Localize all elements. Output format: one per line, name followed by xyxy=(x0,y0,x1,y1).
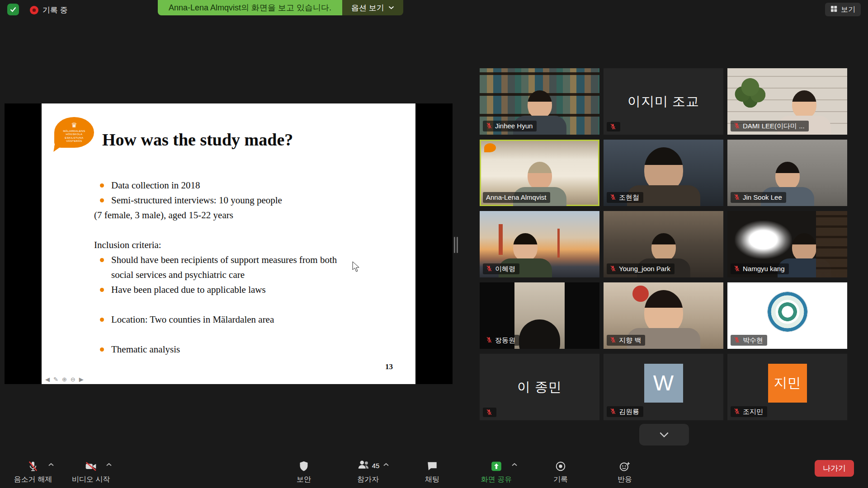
participant-tile[interactable]: Young_joon Park xyxy=(604,211,723,277)
name-tag: 조현철 xyxy=(607,192,643,203)
muted-mic-icon xyxy=(610,265,616,272)
viewing-banner-text: Anna-Lena Almqvist의 화면을 보고 있습니다. xyxy=(158,0,342,15)
zoom-out-icon[interactable]: ⊖ xyxy=(71,376,75,382)
name-tag: Namgyu kang xyxy=(731,263,789,274)
name-tag: 지향 백 xyxy=(607,335,645,346)
zoom-window: 기록 중 Anna-Lena Almqvist의 화면을 보고 있습니다. 옵션… xyxy=(0,0,868,488)
view-options-label: 옵션 보기 xyxy=(351,3,384,13)
slide-list-item: Inclusion criteria: xyxy=(94,238,347,253)
slide-item-text: (7 female, 3 male), aged 15-22 years xyxy=(94,210,233,221)
avatar: 지민 xyxy=(768,364,807,403)
video-options-chevron[interactable] xyxy=(105,460,113,469)
muted-mic-icon xyxy=(486,122,492,129)
toolbar-left-group: 음소거 해제 비디오 시작 xyxy=(11,459,113,484)
share-screen-label: 화면 공유 xyxy=(481,475,512,484)
muted-mic-icon xyxy=(610,123,616,130)
prev-slide-icon[interactable]: ◀ xyxy=(45,376,50,382)
record-icon xyxy=(555,459,566,472)
shield-icon xyxy=(298,459,309,472)
participants-button[interactable]: 45 참가자 xyxy=(346,459,390,484)
gallery-scroll-down-button[interactable] xyxy=(639,424,689,446)
slide-list-item: Location: Two counties in Mälardalen are… xyxy=(94,312,347,327)
participant-tile[interactable]: 지민 조지민 xyxy=(727,354,847,420)
participant-tile[interactable]: 지향 백 xyxy=(604,282,723,349)
participant-tile[interactable]: DAMI LEE(이다미 ... xyxy=(727,68,847,135)
share-options-chevron[interactable] xyxy=(510,460,519,469)
participant-tile[interactable]: 이지미 조교 xyxy=(604,68,723,135)
audio-options-chevron[interactable] xyxy=(47,460,55,469)
chevron-down-icon xyxy=(658,431,670,438)
muted-mic-icon xyxy=(610,194,616,200)
participant-tile[interactable]: W 김원룡 xyxy=(604,354,723,420)
participant-tile[interactable]: Namgyu kang xyxy=(727,211,847,277)
view-button[interactable]: 보기 xyxy=(825,3,861,16)
view-options-button[interactable]: 옵션 보기 xyxy=(342,0,403,15)
leave-meeting-button[interactable]: 나가기 xyxy=(815,460,854,477)
participant-tile[interactable]: Jin Sook Lee xyxy=(727,140,847,206)
name-tag: 박수현 xyxy=(731,335,767,346)
share-screen-icon xyxy=(491,459,502,472)
slide-item-text: Data collection in 2018 xyxy=(111,180,200,191)
bullet-dot xyxy=(100,318,104,322)
participant-name: Jinhee Hyun xyxy=(495,122,533,130)
name-tag: 장동원 xyxy=(483,335,519,346)
participant-name: Jin Sook Lee xyxy=(743,193,782,201)
participant-name: 박수현 xyxy=(743,336,763,344)
recording-dot-icon xyxy=(30,6,38,14)
slide-list-item: Should have been recipients of support m… xyxy=(94,253,347,282)
name-tag: DAMI LEE(이다미 ... xyxy=(731,121,809,131)
participants-options-chevron[interactable] xyxy=(382,460,390,469)
muted-mic-icon xyxy=(734,337,740,343)
participant-tile[interactable]: Anna-Lena Almqvist xyxy=(480,140,599,206)
avatar: W xyxy=(644,364,683,403)
share-screen-button[interactable]: 화면 공유 xyxy=(474,459,519,484)
slide-list-item: Thematic analysis xyxy=(94,342,347,357)
slide-item-text: Inclusion criteria: xyxy=(94,239,161,250)
participant-name: 김원룡 xyxy=(619,408,639,415)
start-video-button[interactable]: 비디오 시작 xyxy=(69,459,113,484)
muted-mic-icon xyxy=(734,265,740,272)
muted-mic-icon xyxy=(734,408,740,414)
participant-name: Anna-Lena Almqvist xyxy=(486,193,546,201)
chat-button[interactable]: 채팅 xyxy=(410,459,454,484)
reactions-button[interactable]: 반응 xyxy=(603,459,647,484)
chat-bubble-icon xyxy=(426,459,438,472)
pen-icon[interactable]: ✎ xyxy=(53,376,58,382)
participant-name: Namgyu kang xyxy=(743,265,785,272)
slide-title: How was the study made? xyxy=(102,130,293,150)
reactions-smiley-icon xyxy=(618,459,631,472)
mic-muted-icon xyxy=(27,459,39,472)
participant-tile[interactable]: 조현철 xyxy=(604,140,723,206)
participant-name: 조현철 xyxy=(619,193,639,201)
participant-tile[interactable]: Jinhee Hyun xyxy=(480,68,599,135)
participants-icon xyxy=(357,459,370,472)
grid-view-icon xyxy=(830,5,837,14)
record-button[interactable]: 기록 xyxy=(538,459,583,484)
muted-mic-icon xyxy=(610,408,616,414)
participant-tile[interactable]: 이 종민 xyxy=(480,354,599,420)
participant-tile[interactable]: 장동원 xyxy=(480,282,599,349)
slide-list-item: Semi-structured interviews: 10 young peo… xyxy=(94,193,347,208)
bullet-dot xyxy=(100,288,104,292)
security-button[interactable]: 보안 xyxy=(282,459,326,484)
participant-name: DAMI LEE(이다미 ... xyxy=(743,122,805,130)
unmute-button[interactable]: 음소거 해제 xyxy=(11,459,55,484)
tile-center-name: 이지미 조교 xyxy=(604,68,723,135)
camera-off-icon xyxy=(85,459,97,472)
encryption-shield-icon[interactable] xyxy=(7,4,19,15)
screen-share-banner: Anna-Lena Almqvist의 화면을 보고 있습니다. 옵션 보기 xyxy=(158,0,403,15)
slide-list-item: Have been placed due to applicable laws xyxy=(94,282,347,297)
participant-tile[interactable]: 이혜령 xyxy=(480,211,599,277)
video-grid: Jinhee Hyun 이지미 조교 DAMI LEE(이다미 ... Anna… xyxy=(480,68,847,420)
reactions-label: 반응 xyxy=(618,475,632,484)
panel-resize-handle[interactable] xyxy=(454,237,458,253)
next-slide-icon[interactable]: ▶ xyxy=(79,376,84,382)
unmute-label: 음소거 해제 xyxy=(14,475,52,484)
name-tag: 김원룡 xyxy=(607,406,643,417)
muted-mic-icon xyxy=(734,194,740,200)
name-tag: Jinhee Hyun xyxy=(483,121,537,131)
slide-bullet-list: Data collection in 2018 Semi-structured … xyxy=(94,178,347,357)
name-tag: Anna-Lena Almqvist xyxy=(483,192,550,203)
zoom-in-icon[interactable]: ⊕ xyxy=(62,376,67,382)
participant-tile[interactable]: 박수현 xyxy=(727,282,847,349)
